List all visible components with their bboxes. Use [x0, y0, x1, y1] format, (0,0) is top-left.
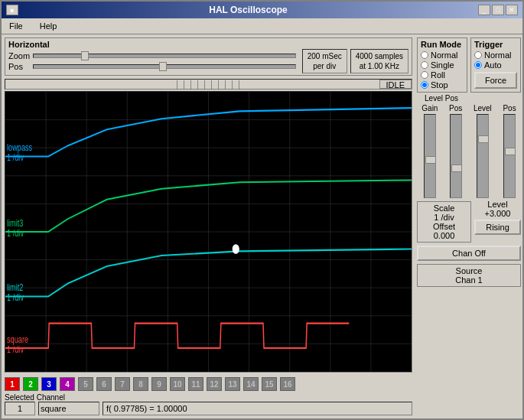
- source-chan-label: Source: [421, 266, 517, 275]
- channel-btn-16[interactable]: 16: [280, 377, 295, 391]
- close-button[interactable]: ✕: [506, 5, 518, 15]
- channel-btn-15[interactable]: 15: [262, 377, 277, 391]
- channel-btn-12[interactable]: 12: [207, 377, 222, 391]
- channel-btn-13[interactable]: 13: [225, 377, 240, 391]
- scale-value: 1 /div: [421, 213, 467, 222]
- channel-btn-1[interactable]: 1: [5, 377, 20, 391]
- selected-channel-label: Selected Channel: [5, 393, 412, 402]
- right-panel: Run Mode Normal Single Roll: [415, 34, 522, 418]
- source-chan-box: Source Chan 1: [417, 264, 521, 287]
- trig-pos-slider-thumb[interactable]: [505, 148, 516, 155]
- level-pos-header: Level Pos: [417, 94, 521, 103]
- menu-file[interactable]: File: [5, 20, 28, 32]
- trig-pos-label: Pos: [503, 104, 516, 112]
- window-title: HAL Oscilloscope: [18, 5, 478, 15]
- force-button[interactable]: Force: [474, 72, 517, 89]
- run-mode-single-label: Single: [431, 60, 454, 70]
- channel-row: 1 2 3 4 5 6 7 8 9 10 11 12 13 14 15 16: [5, 376, 412, 392]
- trig-level-label: Level: [474, 104, 492, 112]
- run-mode-stop-label: Stop: [431, 80, 448, 90]
- channel-name-input[interactable]: [38, 402, 99, 415]
- zoom-slider-thumb[interactable]: [81, 51, 89, 60]
- run-mode-normal-radio[interactable]: [421, 51, 428, 59]
- channel-btn-5[interactable]: 5: [78, 377, 93, 391]
- menu-bar: File Help: [2, 18, 522, 34]
- scale-level-row: Scale 1 /div Offset 0.000 Level +3.000 R…: [417, 200, 521, 243]
- info-boxes: 200 mSecper div 4000 samplesat 1.00 KHz: [302, 49, 408, 73]
- run-mode-roll-label: Roll: [431, 70, 445, 80]
- trig-pos-slider-wrapper: Pos: [503, 104, 516, 198]
- gain-slider-wrapper: Gain: [421, 104, 438, 198]
- run-mode-single-radio[interactable]: [421, 61, 428, 69]
- window-icon: ■: [6, 5, 18, 15]
- offset-value: 0.000: [421, 231, 467, 240]
- vert-pos-slider-track: [450, 114, 462, 198]
- channel-btn-11[interactable]: 11: [188, 377, 203, 391]
- gain-slider-thumb[interactable]: [425, 156, 436, 164]
- vert-pos-slider-thumb[interactable]: [451, 164, 462, 172]
- time-ruler: │ │ │ │ │ │ │ │ │ │ IDLE: [5, 79, 412, 90]
- pos-slider-track: [33, 64, 296, 69]
- scale-box: Scale 1 /div Offset 0.000: [417, 201, 471, 243]
- title-bar: ■ HAL Oscilloscope _ □ ✕: [2, 2, 522, 18]
- horizontal-title: Horizontal: [8, 40, 50, 49]
- channel-btn-8[interactable]: 8: [133, 377, 148, 391]
- window-controls: _ □ ✕: [478, 5, 518, 15]
- scope-svg: lowpass 1 /div limit3 1 /div limit2 1 /d…: [5, 92, 412, 372]
- vertical-sliders-area: Gain Pos Level: [417, 104, 521, 198]
- main-content: Horizontal Zoom Pos: [2, 34, 522, 418]
- channel-btn-6[interactable]: 6: [96, 377, 112, 391]
- run-mode-stop-radio[interactable]: [421, 81, 428, 89]
- channel-btn-10[interactable]: 10: [170, 377, 185, 391]
- pos-label: Pos: [8, 62, 30, 71]
- svg-point-18: [233, 245, 239, 253]
- run-mode-single: Single: [421, 60, 464, 70]
- minimize-button[interactable]: _: [478, 5, 490, 15]
- rising-button[interactable]: Rising: [474, 220, 521, 235]
- trig-pos-slider-track: [503, 114, 516, 198]
- run-mode-roll: Roll: [421, 70, 464, 80]
- channel-btn-2[interactable]: 2: [23, 377, 38, 391]
- zoom-label: Zoom: [8, 51, 30, 60]
- trigger-auto-radio[interactable]: [474, 61, 482, 69]
- trig-level-slider-wrapper: Level: [474, 104, 492, 198]
- trig-level-slider-track: [477, 114, 489, 198]
- chan-off-button[interactable]: Chan Off: [417, 246, 521, 261]
- menu-help[interactable]: Help: [35, 20, 62, 32]
- main-window: ■ HAL Oscilloscope _ □ ✕ File Help Horiz…: [0, 0, 524, 420]
- run-mode-title: Run Mode: [421, 40, 464, 49]
- channel-btn-3[interactable]: 3: [41, 377, 57, 391]
- trigger-auto-label: Auto: [484, 60, 502, 70]
- trigger-normal: Normal: [474, 50, 517, 60]
- formula-display: f( 0.97785) = 1.00000: [103, 402, 412, 415]
- channel-btn-7[interactable]: 7: [115, 377, 130, 391]
- samples-display: 4000 samplesat 1.00 KHz: [350, 49, 408, 73]
- offset-label: Offset: [421, 222, 467, 231]
- trigger-title: Trigger: [474, 40, 517, 49]
- channel-btn-14[interactable]: 14: [243, 377, 259, 391]
- zoom-slider-track: [33, 54, 296, 58]
- ruler-content: │ │ │ │ │ │ │ │ │ │: [175, 80, 242, 89]
- pos-slider-thumb[interactable]: [159, 62, 167, 71]
- level-rising-box: Level +3.000 Rising: [474, 200, 521, 243]
- channel-btn-4[interactable]: 4: [60, 377, 75, 391]
- idle-button[interactable]: IDLE: [379, 80, 412, 89]
- maximize-button[interactable]: □: [492, 5, 504, 15]
- selected-channel-number[interactable]: [5, 402, 35, 415]
- level-pos-label: Level Pos: [418, 94, 464, 103]
- trigger-box: Trigger Normal Auto Force: [470, 37, 521, 93]
- run-mode-roll-radio[interactable]: [421, 71, 428, 79]
- run-mode-normal: Normal: [421, 50, 464, 60]
- run-mode-stop: Stop: [421, 80, 464, 90]
- gain-slider-track: [424, 114, 436, 198]
- scale-label: Scale: [421, 203, 467, 213]
- right-top-section: Run Mode Normal Single Roll: [417, 37, 521, 93]
- selected-channel-row: f( 0.97785) = 1.00000: [5, 402, 412, 415]
- trigger-normal-radio[interactable]: [474, 51, 482, 59]
- trig-level-slider-thumb[interactable]: [478, 135, 489, 143]
- horizontal-section: Horizontal Zoom Pos: [5, 37, 412, 76]
- left-panel: Horizontal Zoom Pos: [2, 34, 415, 418]
- channel-btn-9[interactable]: 9: [151, 377, 167, 391]
- time-per-div: 200 mSecper div: [302, 49, 347, 73]
- level-display-value: +3.000: [474, 209, 521, 218]
